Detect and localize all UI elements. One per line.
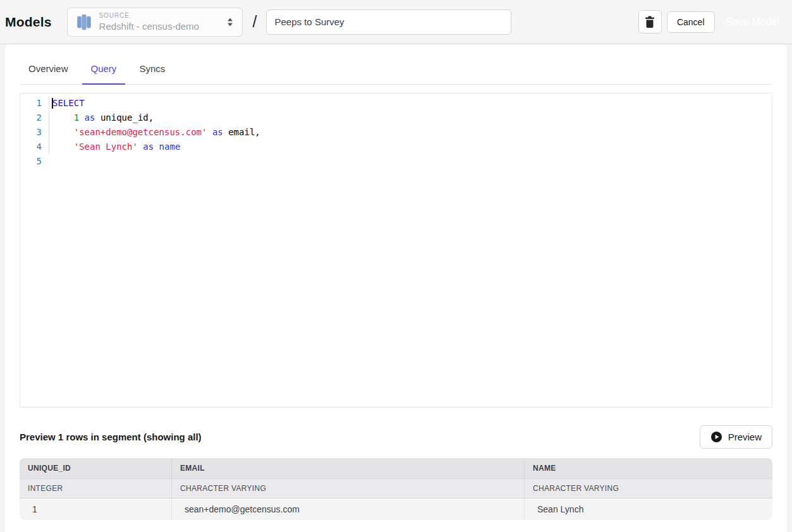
updown-chevrons-icon — [226, 17, 235, 27]
code-line[interactable]: 3 'sean+demo@getcensus.com' as email, — [20, 125, 772, 140]
source-select[interactable]: SOURCE Redshift - census-demo — [67, 8, 243, 37]
code-editor[interactable]: 1SELECT2 1 as unique_id,3 'sean+demo@get… — [20, 93, 772, 408]
table-type-row-cell: CHARACTER VARYING — [524, 479, 772, 498]
preview-button-label: Preview — [728, 432, 762, 442]
tab-syncs[interactable]: Syncs — [130, 58, 174, 85]
table-data-row-cell: sean+demo@getcensus.com — [171, 499, 524, 520]
table-data-row-cell: 1 — [20, 499, 171, 520]
code-line-text: 'Sean Lynch' as name — [49, 140, 772, 154]
model-name-input[interactable] — [266, 9, 511, 35]
table-header-row-cell: EMAIL — [171, 458, 524, 478]
line-number: 2 — [20, 111, 49, 125]
table-header-row-cell: UNIQUE_ID — [20, 458, 171, 478]
table-type-row-cell: INTEGER — [20, 479, 171, 498]
line-number: 5 — [20, 154, 49, 169]
table-data-row-cell: Sean Lynch — [524, 499, 772, 520]
save-model-button[interactable]: Save Model — [720, 11, 786, 33]
top-header: Models SOURCE Redshift - census-demo / — [0, 0, 792, 44]
cancel-button[interactable]: Cancel — [667, 11, 715, 33]
code-line[interactable]: 1SELECT — [20, 96, 772, 111]
source-select-value: Redshift - census-demo — [99, 21, 226, 32]
preview-button[interactable]: Preview — [700, 425, 772, 449]
source-select-label: SOURCE — [99, 12, 226, 20]
tab-bar: OverviewQuerySyncs — [20, 44, 772, 85]
code-line[interactable]: 5 — [20, 154, 772, 169]
preview-table: UNIQUE_IDEMAILNAMEINTEGERCHARACTER VARYI… — [20, 458, 772, 520]
code-line[interactable]: 4 'Sean Lynch' as name — [20, 140, 772, 154]
content-card: OverviewQuerySyncs 1SELECT2 1 as unique_… — [5, 44, 787, 532]
line-number: 4 — [20, 140, 49, 154]
code-line-text — [49, 154, 772, 169]
preview-bar: Preview 1 rows in segment (showing all) … — [20, 425, 772, 449]
tab-overview[interactable]: Overview — [20, 58, 77, 85]
tab-query[interactable]: Query — [82, 58, 126, 85]
table-data-row: 1sean+demo@getcensus.comSean Lynch — [20, 498, 772, 520]
page-title: Models — [5, 15, 52, 30]
play-circle-icon — [710, 431, 722, 443]
preview-heading: Preview 1 rows in segment (showing all) — [20, 432, 202, 442]
line-number: 3 — [20, 125, 49, 140]
delete-model-button[interactable] — [638, 10, 662, 33]
trash-icon — [644, 16, 655, 28]
breadcrumb-separator: / — [253, 13, 257, 31]
code-line[interactable]: 2 1 as unique_id, — [20, 111, 772, 125]
database-icon — [75, 13, 92, 32]
code-line-text: 1 as unique_id, — [49, 111, 772, 125]
code-line-text: 'sean+demo@getcensus.com' as email, — [49, 125, 772, 140]
table-type-row: INTEGERCHARACTER VARYINGCHARACTER VARYIN… — [20, 478, 772, 498]
line-number: 1 — [20, 96, 49, 111]
source-select-texts: SOURCE Redshift - census-demo — [99, 12, 226, 32]
code-line-text: SELECT — [49, 96, 772, 111]
text-cursor — [52, 98, 53, 109]
table-header-row-cell: NAME — [524, 458, 772, 478]
table-type-row-cell: CHARACTER VARYING — [171, 479, 524, 498]
table-header-row: UNIQUE_IDEMAILNAME — [20, 458, 772, 478]
